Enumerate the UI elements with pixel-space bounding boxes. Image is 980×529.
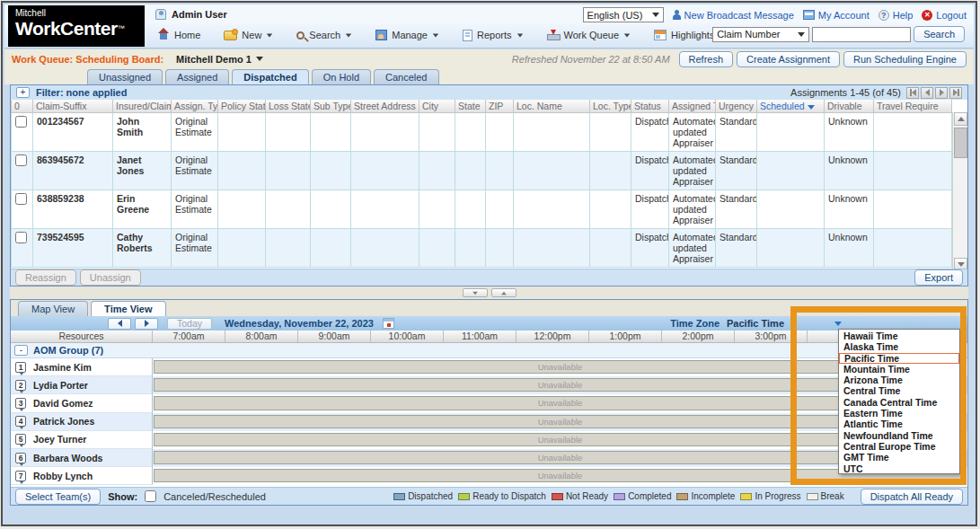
col-zip[interactable]: ZIP bbox=[486, 100, 514, 113]
timezone-option[interactable]: Alaska Time bbox=[839, 341, 959, 352]
col-assign-type[interactable]: Assign. Type bbox=[172, 100, 218, 113]
queue-name-dropdown[interactable]: Mitchell Demo 1 bbox=[176, 54, 263, 65]
col-street-address[interactable]: Street Address bbox=[351, 100, 419, 113]
row-checkbox[interactable] bbox=[15, 154, 27, 166]
col-insured-claims[interactable]: Insured/Claims bbox=[113, 100, 172, 113]
cell-status: Dispatched bbox=[631, 113, 669, 152]
collapse-up-icon[interactable] bbox=[491, 288, 516, 297]
timezone-option[interactable]: Central Time bbox=[839, 385, 959, 396]
timezone-option[interactable]: Arizona Time bbox=[839, 375, 959, 385]
tab-unassigned[interactable]: Unassigned bbox=[87, 69, 163, 84]
timezone-option[interactable]: GMT Time bbox=[839, 452, 959, 463]
tab-map-view[interactable]: Map View bbox=[18, 301, 88, 316]
prev-day-button[interactable] bbox=[108, 318, 131, 330]
first-page-button[interactable] bbox=[906, 87, 919, 99]
row-checkbox[interactable] bbox=[15, 193, 27, 205]
col-urgency[interactable]: Urgency bbox=[716, 100, 757, 113]
canceled-rescheduled-checkbox[interactable] bbox=[145, 490, 156, 502]
col-loc-name[interactable]: Loc. Name bbox=[514, 100, 590, 113]
cell-assign-type: Original Estimate bbox=[172, 113, 218, 152]
language-select[interactable]: English (US) bbox=[583, 7, 664, 22]
timezone-option[interactable]: Hawaii Time bbox=[839, 331, 959, 341]
calendar-icon[interactable] bbox=[383, 318, 394, 329]
help-link[interactable]: Help bbox=[878, 10, 914, 21]
col-drivable[interactable]: Drivable bbox=[825, 100, 874, 113]
run-scheduling-engine-button[interactable]: Run Scheduling Engine bbox=[843, 51, 967, 67]
nav-manage[interactable]: Manage bbox=[375, 30, 439, 40]
timezone-option[interactable]: Central Europe Time bbox=[839, 441, 959, 452]
logout-link[interactable]: Logout bbox=[922, 10, 967, 21]
col-sub-type[interactable]: Sub Type bbox=[311, 100, 351, 113]
resource-cell[interactable]: 1 Jasmine Kim bbox=[11, 358, 153, 376]
scroll-up-icon[interactable] bbox=[954, 112, 967, 126]
table-row[interactable]: 001234567 John Smith Original Estimate D… bbox=[12, 113, 952, 152]
last-page-button[interactable] bbox=[949, 87, 962, 99]
collapse-down-icon[interactable] bbox=[463, 288, 488, 297]
tab-time-view[interactable]: Time View bbox=[91, 301, 165, 316]
export-button[interactable]: Export bbox=[914, 269, 963, 286]
resource-cell[interactable]: 7 Robby Lynch bbox=[11, 467, 153, 485]
next-page-button[interactable] bbox=[935, 87, 948, 99]
tab-on-hold[interactable]: On Hold bbox=[312, 69, 371, 84]
nav-home[interactable]: Home bbox=[157, 30, 200, 40]
col-scheduled[interactable]: Scheduled bbox=[757, 100, 825, 113]
table-row[interactable]: 739524595 Cathy Roberts Original Estimat… bbox=[12, 229, 952, 268]
col-select[interactable]: 0 bbox=[12, 100, 33, 113]
col-policy-state[interactable]: Policy State bbox=[218, 100, 266, 113]
tab-dispatched[interactable]: Dispatched bbox=[232, 69, 308, 84]
timezone-option[interactable]: Newfoundland Time bbox=[839, 430, 959, 441]
unassign-button[interactable]: Unassign bbox=[80, 269, 141, 286]
col-status[interactable]: Status bbox=[631, 100, 669, 113]
create-assignment-button[interactable]: Create Assignment bbox=[737, 51, 840, 67]
group-collapse-button[interactable]: - bbox=[14, 345, 28, 356]
prev-page-button[interactable] bbox=[921, 87, 933, 99]
refresh-button[interactable]: Refresh bbox=[679, 51, 734, 67]
col-loss-state[interactable]: Loss State bbox=[266, 100, 311, 113]
search-button[interactable]: Search bbox=[914, 26, 965, 42]
resource-cell[interactable]: 3 David Gomez bbox=[11, 394, 153, 412]
row-checkbox[interactable] bbox=[15, 232, 27, 243]
nav-highlights[interactable]: Highlights bbox=[654, 30, 714, 40]
col-claim-suffix[interactable]: Claim-Suffix bbox=[33, 100, 113, 113]
timezone-option[interactable]: Mountain Time bbox=[839, 364, 959, 375]
row-checkbox[interactable] bbox=[15, 116, 27, 128]
timezone-option[interactable]: Atlantic Time bbox=[839, 419, 959, 429]
scrollbar-thumb[interactable] bbox=[954, 128, 967, 158]
timezone-option-selected[interactable]: Pacific Time bbox=[839, 353, 959, 364]
work-queue-icon bbox=[547, 30, 560, 40]
filter-expand-button[interactable]: + bbox=[16, 87, 30, 98]
table-row[interactable]: 638859238 Erin Greene Original Estimate … bbox=[12, 190, 952, 229]
col-travel-require[interactable]: Travel Require bbox=[874, 100, 952, 113]
col-assigned-to[interactable]: Assigned To bbox=[669, 100, 716, 113]
resource-cell[interactable]: 5 Joey Turner bbox=[11, 431, 153, 449]
nav-search[interactable]: Search bbox=[296, 30, 352, 40]
tab-assigned[interactable]: Assigned bbox=[165, 69, 229, 84]
resource-cell[interactable]: 6 Barbara Woods bbox=[11, 449, 153, 467]
nav-new[interactable]: New bbox=[224, 30, 273, 40]
new-broadcast-link[interactable]: New Broadcast Message bbox=[673, 10, 794, 21]
col-state[interactable]: State bbox=[455, 100, 486, 113]
table-row[interactable]: 863945672 Janet Jones Original Estimate … bbox=[12, 152, 952, 190]
timezone-select[interactable]: Pacific Time bbox=[727, 318, 842, 329]
select-teams-button[interactable]: Select Team(s) bbox=[15, 489, 101, 505]
time-header: 11:00am bbox=[444, 331, 516, 342]
next-day-button[interactable] bbox=[135, 318, 158, 330]
search-category-select[interactable]: Claim Number bbox=[712, 27, 809, 42]
table-scrollbar[interactable] bbox=[952, 112, 967, 271]
timezone-option[interactable]: Eastern Time bbox=[839, 408, 959, 419]
my-account-link[interactable]: My Account bbox=[803, 10, 870, 21]
tab-canceled[interactable]: Canceled bbox=[374, 69, 438, 84]
resource-cell[interactable]: 2 Lydia Porter bbox=[11, 376, 153, 394]
nav-work-queue[interactable]: Work Queue bbox=[547, 30, 631, 40]
claim-search-input[interactable] bbox=[812, 27, 911, 42]
col-city[interactable]: City bbox=[419, 100, 455, 113]
panel-splitter[interactable] bbox=[10, 287, 968, 299]
timezone-option[interactable]: Canada Central Time bbox=[839, 397, 959, 408]
dispatch-all-ready-button[interactable]: Dispatch All Ready bbox=[861, 489, 963, 505]
timezone-option[interactable]: UTC bbox=[839, 463, 959, 474]
col-loc-type[interactable]: Loc. Type bbox=[590, 100, 631, 113]
reassign-button[interactable]: Reassign bbox=[15, 269, 76, 286]
resource-cell[interactable]: 4 Patrick Jones bbox=[11, 413, 153, 431]
today-button[interactable]: Today bbox=[167, 318, 212, 330]
nav-reports[interactable]: Reports bbox=[463, 30, 524, 41]
